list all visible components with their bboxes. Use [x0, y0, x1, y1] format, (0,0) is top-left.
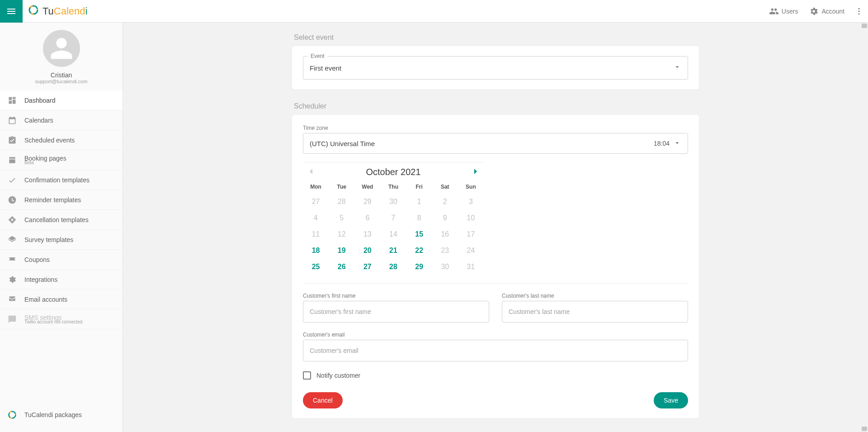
sidebar-item-scheduled-events[interactable]: Scheduled events — [0, 130, 123, 150]
notify-customer-checkbox[interactable]: Notify customer — [303, 371, 688, 380]
scroll-up-icon — [862, 24, 867, 28]
sidebar-footer: TuCalendi packages — [0, 403, 123, 432]
calendar-day: 6 — [354, 210, 380, 226]
calendar-day: 2 — [432, 194, 458, 210]
calendar-day: 16 — [432, 226, 458, 242]
calendar-day[interactable]: 28 — [380, 259, 406, 275]
calendar-day: 11 — [303, 226, 329, 242]
svg-point-2 — [858, 8, 859, 9]
more-menu-button[interactable] — [850, 7, 868, 16]
cancel-button[interactable]: Cancel — [303, 392, 343, 408]
calendar-day[interactable]: 29 — [406, 259, 432, 275]
sidebar-item-confirmation-templates[interactable]: Confirmation templates — [0, 170, 123, 190]
sidebar-item-reminder-templates[interactable]: Reminder templates — [0, 190, 123, 210]
sidebar-item-label: Coupons — [24, 256, 50, 263]
calendar-dow: Sun — [458, 180, 484, 194]
sidebar-item-packages[interactable]: TuCalendi packages — [0, 405, 123, 425]
calendar-day[interactable]: 27 — [354, 259, 380, 275]
first-name-label: Customer's first name — [303, 293, 489, 299]
more-vertical-icon — [854, 7, 863, 16]
sidebar-item-sms-settings[interactable]: SMS settings Twilio account not connecte… — [0, 309, 123, 329]
calendar-day[interactable]: 20 — [354, 242, 380, 259]
brand-tu: Tu — [42, 5, 54, 17]
event-select[interactable]: Event First event — [303, 56, 688, 80]
sidebar-item-sublabel: Beta — [24, 160, 66, 165]
cancel-icon — [7, 215, 17, 224]
sidebar-item-label: Dashboard — [24, 97, 56, 104]
sidebar-item-label: Confirmation templates — [24, 176, 90, 184]
users-button[interactable]: Users — [764, 0, 804, 23]
calendar-icon — [7, 116, 17, 125]
calendar-day: 30 — [380, 194, 406, 210]
last-name-input[interactable] — [502, 301, 688, 323]
calendar-day: 23 — [432, 242, 458, 259]
gear-icon — [809, 6, 819, 16]
calendar-dow: Thu — [380, 180, 406, 194]
sidebar-item-label: Cancellation templates — [24, 216, 89, 223]
calendar-day: 24 — [458, 242, 484, 259]
sms-icon — [7, 315, 17, 324]
account-label: Account — [821, 8, 844, 15]
calendar-day: 8 — [406, 210, 432, 226]
mail-icon — [7, 295, 17, 304]
sidebar-item-cancellation-templates[interactable]: Cancellation templates — [0, 210, 123, 230]
calendar-day: 14 — [380, 226, 406, 242]
save-button[interactable]: Save — [654, 392, 688, 408]
calendar-day[interactable]: 21 — [380, 242, 406, 259]
users-label: Users — [782, 8, 798, 15]
layers-icon — [7, 235, 17, 244]
brand: TuCalendi — [23, 5, 87, 18]
calendar-next-month[interactable] — [467, 163, 484, 180]
timezone-clock: 18:04 — [654, 140, 670, 147]
event-select-legend: Event — [308, 53, 327, 59]
sidebar-item-label: Scheduled events — [24, 137, 75, 144]
sidebar-item-integrations[interactable]: Integrations — [0, 270, 123, 290]
sidebar-item-label: Survey templates — [24, 236, 73, 243]
sidebar-item-booking-pages[interactable]: Booking pages Beta — [0, 150, 123, 170]
calendar-dow: Wed — [354, 180, 380, 194]
users-icon — [769, 6, 779, 16]
calendar-day: 28 — [329, 194, 354, 210]
chevron-left-icon — [306, 166, 316, 177]
calendar-day[interactable]: 22 — [406, 242, 432, 259]
sidebar-item-dashboard[interactable]: Dashboard — [0, 90, 123, 110]
sidebar-item-sublabel: Twilio account not connected — [24, 319, 82, 324]
sidebar-item-label: Calendars — [24, 117, 53, 124]
scheduler-title: Scheduler — [292, 102, 699, 110]
hamburger-menu-button[interactable] — [0, 0, 23, 23]
last-name-label: Customer's last name — [502, 293, 688, 299]
sidebar-item-label: Email accounts — [24, 296, 67, 303]
timezone-select[interactable]: (UTC) Universal Time 18:04 — [303, 133, 688, 154]
calendar-dow: Sat — [432, 180, 458, 194]
calendar-header: October 2021 — [303, 162, 484, 180]
svg-point-3 — [858, 10, 859, 12]
calendar-day[interactable]: 25 — [303, 259, 329, 275]
sidebar-item-coupons[interactable]: Coupons — [0, 250, 123, 270]
sidebar-item-calendars[interactable]: Calendars — [0, 110, 123, 130]
sidebar-item-email-accounts[interactable]: Email accounts — [0, 290, 123, 309]
calendar-day: 31 — [458, 259, 484, 275]
calendar-day[interactable]: 19 — [329, 242, 354, 259]
email-input[interactable] — [303, 340, 688, 361]
calendar-day: 5 — [329, 210, 354, 226]
calendar-day[interactable]: 15 — [406, 226, 432, 242]
brand-logo-icon — [28, 5, 39, 18]
ticket-icon — [7, 255, 17, 264]
brand-i: i — [85, 5, 88, 17]
first-name-input[interactable] — [303, 301, 489, 323]
scroll-down-icon — [862, 427, 867, 431]
account-button[interactable]: Account — [803, 0, 850, 23]
calendar-day: 4 — [303, 210, 329, 226]
calendar-day: 1 — [406, 194, 432, 210]
sidebar-item-survey-templates[interactable]: Survey templates — [0, 230, 123, 250]
calendar-grid: MonTueWedThuFriSatSun 272829301234567891… — [303, 180, 484, 275]
calendar-prev-month[interactable] — [303, 163, 319, 180]
calendar-day[interactable]: 18 — [303, 242, 329, 259]
calendar-day: 29 — [354, 194, 380, 210]
scrollbar[interactable] — [861, 23, 868, 432]
calendar-dow: Fri — [406, 180, 432, 194]
notify-customer-label: Notify customer — [316, 372, 360, 379]
calendar-day: 9 — [432, 210, 458, 226]
calendar-day[interactable]: 26 — [329, 259, 354, 275]
page-icon — [7, 156, 17, 165]
